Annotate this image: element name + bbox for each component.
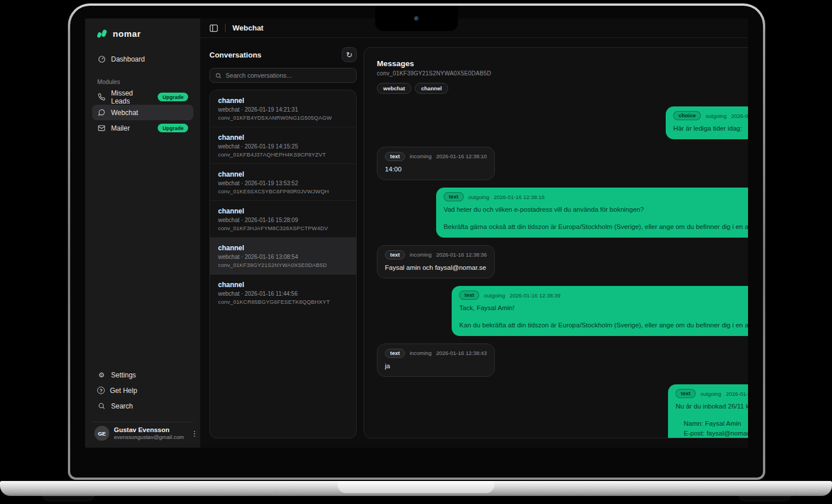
sidebar-item-label: Dashboard (111, 55, 145, 63)
message-timestamp: 2026-01-16 12:38:36 (436, 251, 487, 258)
user-email: evenssongustav@gmail.com (114, 434, 184, 440)
conversation-item-selected[interactable]: channel webchat · 2026-01-16 13:08:54 co… (210, 238, 356, 274)
search-icon (97, 402, 106, 410)
sidebar-item-mailer[interactable]: Mailer Upgrade (92, 120, 193, 136)
conversation-item[interactable]: channel webchat · 2026-01-19 13:53:52 co… (210, 164, 356, 201)
modules-section-label: Modules (97, 78, 188, 85)
topbar-divider (225, 24, 226, 32)
conversation-title: channel (218, 207, 348, 215)
kebab-menu-icon[interactable]: ⋮ (189, 428, 201, 439)
sidebar-item-label: Get Help (110, 387, 137, 395)
message-text: Här är lediga tider idag: (673, 124, 748, 133)
sidebar-item-webchat[interactable]: Webchat (92, 105, 193, 120)
message-direction: outgoing (700, 391, 721, 397)
sidebar-item-get-help[interactable]: ? Get Help (92, 383, 193, 398)
chat-bubble-icon (97, 109, 106, 116)
message-timestamp: 2026-01-16 12:38:39 (510, 292, 560, 299)
message-text: Tack, Faysal Amin! (459, 303, 748, 313)
message-timestamp: 2026-01-16 12:38:16 (494, 194, 544, 200)
message-text: Bekräfta gärna också att din tidszon är … (444, 222, 748, 232)
page-title: Webchat (232, 24, 264, 32)
gauge-icon (97, 55, 106, 63)
messages-title: Messages (377, 59, 744, 68)
message-timestamp: 2026-01-16 12:38:10 (436, 153, 487, 159)
message-timestamp: 2026-01-16 12:38:43 (436, 350, 487, 356)
sidebar-item-missed-leads[interactable]: Missed Leads Upgrade (92, 89, 193, 105)
mail-icon (97, 124, 106, 132)
message-thread: choice outgoing 2026-01-1 Här är lediga … (377, 106, 744, 438)
laptop-lid: nomar Dashboard Modules (68, 3, 765, 480)
conversation-meta: webchat · 2026-01-19 14:21:31 (218, 106, 348, 113)
search-input[interactable] (226, 72, 351, 79)
laptop-thumb-notch (338, 481, 494, 493)
avatar: GE (94, 426, 109, 441)
sidebar-item-label: Missed Leads (111, 89, 152, 105)
message-type-badge: text (675, 389, 696, 398)
gear-icon: ⚙ (97, 371, 106, 379)
message-type-badge: text (385, 250, 405, 259)
page-background: nomar Dashboard Modules (0, 0, 832, 504)
conversation-title: channel (218, 133, 348, 142)
upgrade-badge[interactable]: Upgrade (158, 124, 188, 132)
conversation-meta: webchat · 2026-01-16 11:44:56 (218, 291, 348, 297)
topbar: Webchat (200, 18, 748, 38)
messages-conversation-id: conv_01KF39GY21S2NYWA0X5E0DAB5D (377, 70, 744, 77)
message-text: Namn: Faysal Amin (675, 419, 748, 429)
conversation-item[interactable]: channel webchat · 2026-01-19 14:21:31 co… (210, 90, 356, 127)
conversation-id: conv_01KFB4J37AQHEPH4KS9CP8YZVT (218, 151, 348, 158)
upgrade-badge[interactable]: Upgrade (158, 93, 188, 101)
message-text: E-post: faysal@nomar.se (675, 429, 748, 438)
conversation-item[interactable]: channel webchat · 2026-01-16 15:28:09 co… (210, 201, 356, 238)
message-text: Nu är du inbokad 26/11 kl 14.00! (675, 402, 748, 411)
nomar-logo-icon (97, 29, 109, 39)
conversation-meta: webchat · 2026-01-19 14:15:25 (218, 143, 348, 150)
conversation-id: conv_01KF39GY21S2NYWA0X5E0DAB5D (218, 262, 348, 268)
message-bubble-outgoing: text outgoing 2026-01-16 12:38:4 Nu är d… (668, 384, 748, 438)
content: Conversations ↻ (200, 38, 748, 448)
brand-wordmark: nomar (113, 29, 141, 39)
message-direction: outgoing (484, 292, 505, 299)
conversation-title: channel (218, 244, 348, 252)
search-icon (215, 72, 222, 79)
sidebar-toggle-icon[interactable] (209, 24, 218, 32)
message-bubble-outgoing: text outgoing 2026-01-16 12:38:16 Vad he… (436, 188, 748, 237)
message-text: Vad heter du och vilken e-postadress vil… (444, 205, 748, 215)
conversation-id: conv_01KFB4YD5XANRW0NG1G505QAGW (218, 114, 348, 121)
message-timestamp: 2026-01-1 (731, 113, 748, 119)
message-direction: incoming (410, 350, 432, 356)
message-timestamp: 2026-01-16 12:38:4 (726, 391, 748, 397)
message-bubble-incoming: text incoming 2026-01-16 12:38:43 ja (377, 343, 495, 377)
conversations-panel: Conversations ↻ (209, 47, 357, 438)
conversation-item[interactable]: channel webchat · 2026-01-19 14:15:25 co… (210, 127, 356, 164)
sidebar-item-dashboard[interactable]: Dashboard (92, 51, 193, 67)
user-menu[interactable]: GE Gustav Evensson evenssongustav@gmail.… (92, 422, 193, 442)
refresh-icon: ↻ (346, 51, 353, 59)
conversation-title: channel (218, 170, 348, 178)
webcam-icon (414, 16, 419, 21)
app-screen: nomar Dashboard Modules (85, 18, 748, 448)
sidebar-item-search[interactable]: Search (92, 398, 193, 414)
conversation-id: conv_01KCR85BGYG6FESETK8QQBHXYT (218, 299, 348, 305)
tag-channel: channel (415, 83, 448, 94)
messages-panel: Messages conv_01KF39GY21S2NYWA0X5E0DAB5D… (364, 47, 748, 438)
conversation-meta: webchat · 2026-01-19 13:53:52 (218, 180, 348, 186)
conversations-title: Conversations (209, 51, 261, 59)
conversation-list: channel webchat · 2026-01-19 14:21:31 co… (209, 90, 357, 438)
conversation-id: conv_01KF3HJAFYM8C326XSPCTPW4DV (218, 225, 348, 231)
message-direction: incoming (410, 251, 432, 258)
conversation-item[interactable]: channel webchat · 2026-01-16 11:44:56 co… (210, 274, 356, 311)
conversation-search[interactable] (209, 68, 357, 83)
conversation-title: channel (218, 281, 348, 289)
sidebar-item-settings[interactable]: ⚙ Settings (92, 367, 193, 383)
conversation-meta: webchat · 2026-01-16 13:08:54 (218, 254, 348, 260)
message-text: Faysal amin och faysal@nomar.se (385, 263, 487, 273)
user-name: Gustav Evensson (114, 426, 184, 433)
help-circle-icon: ? (97, 387, 105, 394)
conversation-meta: webchat · 2026-01-16 15:28:09 (218, 217, 348, 223)
message-bubble-outgoing: choice outgoing 2026-01-1 Här är lediga … (666, 106, 748, 139)
brand-logo: nomar (92, 25, 193, 41)
message-direction: outgoing (705, 113, 726, 119)
message-type-badge: text (459, 291, 479, 300)
laptop-base (0, 481, 832, 496)
refresh-button[interactable]: ↻ (342, 47, 357, 62)
